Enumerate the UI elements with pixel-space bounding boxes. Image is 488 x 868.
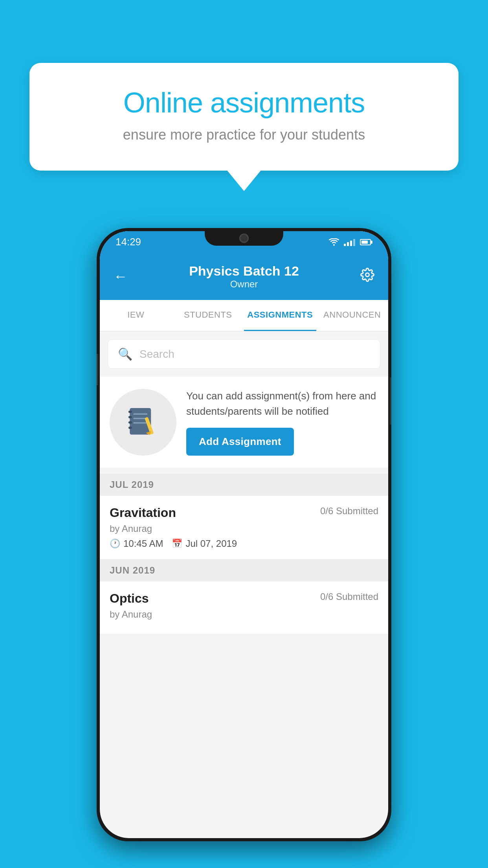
month-separator-jun: JUN 2019 [100, 559, 388, 581]
back-button[interactable]: ← [114, 268, 128, 285]
phone-mockup: 14:29 [97, 228, 391, 841]
add-assignment-button[interactable]: Add Assignment [186, 428, 294, 456]
speech-bubble-card: Online assignments ensure more practice … [29, 63, 459, 171]
bubble-subtitle: ensure more practice for your students [57, 127, 431, 143]
assignment-item-gravitation[interactable]: Gravitation 0/6 Submitted by Anurag 🕐 10… [100, 496, 388, 559]
assignment-meta: 🕐 10:45 AM 📅 Jul 07, 2019 [110, 538, 378, 549]
assignment-by-optics: by Anurag [110, 609, 378, 620]
svg-point-0 [365, 273, 369, 277]
tab-students[interactable]: STUDENTS [172, 300, 244, 331]
battery-icon [360, 239, 372, 245]
svg-rect-7 [133, 417, 146, 419]
svg-rect-3 [128, 416, 132, 418]
search-icon: 🔍 [118, 347, 132, 361]
bubble-title: Online assignments [57, 86, 431, 119]
svg-rect-8 [133, 422, 147, 423]
wifi-icon [329, 238, 339, 246]
tab-bar: IEW STUDENTS ASSIGNMENTS ANNOUNCEN [100, 300, 388, 331]
batch-subtitle: Owner [189, 279, 299, 290]
gear-icon [360, 268, 374, 282]
promo-section: You can add assignment(s) from here and … [100, 377, 388, 467]
clock-icon: 🕐 [110, 539, 120, 549]
assignment-row-optics: Optics 0/6 Submitted [110, 591, 378, 606]
tab-assignments[interactable]: ASSIGNMENTS [244, 300, 316, 331]
svg-rect-6 [133, 413, 147, 414]
camera-dot [239, 234, 249, 243]
assignment-time: 🕐 10:45 AM [110, 538, 163, 549]
batch-title: Physics Batch 12 [189, 263, 299, 279]
phone-screen: 14:29 [100, 231, 388, 838]
svg-rect-2 [128, 410, 132, 413]
assignment-item-optics[interactable]: Optics 0/6 Submitted by Anurag [100, 581, 388, 634]
notebook-icon-circle [110, 389, 176, 456]
assignment-date: 📅 Jul 07, 2019 [172, 538, 237, 549]
power-button [390, 377, 391, 425]
assignment-name: Gravitation [110, 506, 176, 520]
tab-announcements[interactable]: ANNOUNCEN [316, 300, 389, 331]
promo-text-block: You can add assignment(s) from here and … [186, 388, 378, 456]
time-value: 10:45 AM [123, 538, 163, 549]
assignment-status: 0/6 Submitted [320, 506, 378, 517]
status-time: 14:29 [116, 236, 141, 248]
phone-notch [205, 228, 283, 246]
calendar-icon: 📅 [172, 539, 182, 549]
status-icons [329, 238, 372, 246]
svg-rect-5 [128, 427, 132, 429]
settings-button[interactable] [360, 268, 374, 285]
month-separator-jul: JUL 2019 [100, 474, 388, 496]
tab-iew[interactable]: IEW [100, 300, 172, 331]
search-bar[interactable]: 🔍 Search [108, 339, 380, 369]
date-value: Jul 07, 2019 [185, 538, 237, 549]
app-header: ← Physics Batch 12 Owner [100, 253, 388, 300]
notebook-icon [125, 405, 161, 440]
header-title-block: Physics Batch 12 Owner [189, 263, 299, 290]
assignment-status-optics: 0/6 Submitted [320, 591, 378, 602]
phone-frame: 14:29 [97, 228, 391, 841]
assignment-by: by Anurag [110, 523, 378, 534]
assignment-name-optics: Optics [110, 591, 149, 606]
promo-description: You can add assignment(s) from here and … [186, 388, 378, 419]
volume-button [97, 354, 98, 385]
svg-rect-4 [128, 421, 132, 423]
search-placeholder: Search [139, 348, 174, 360]
assignment-row: Gravitation 0/6 Submitted [110, 506, 378, 520]
signal-icon [344, 238, 355, 246]
